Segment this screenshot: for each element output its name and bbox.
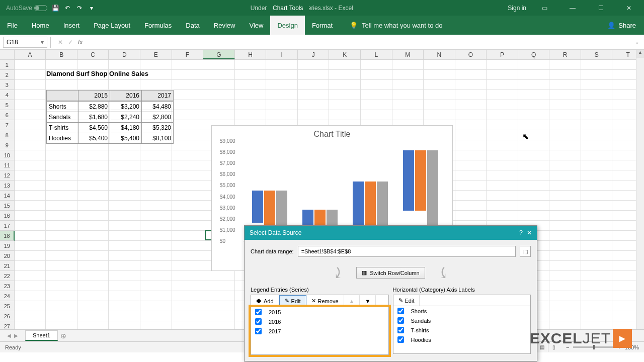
row-header-2[interactable]: 2 bbox=[0, 70, 15, 80]
help-icon[interactable]: ? bbox=[519, 229, 523, 236]
undo-icon[interactable]: ↶ bbox=[63, 4, 71, 12]
sheet-tab-sheet1[interactable]: Sheet1 bbox=[25, 330, 58, 341]
row-header-4[interactable]: 4 bbox=[0, 90, 15, 100]
row-header-23[interactable]: 23 bbox=[0, 281, 15, 291]
close-icon[interactable]: ✕ bbox=[527, 229, 532, 236]
category-list[interactable]: Shorts Sandals T-shirts Hoodies bbox=[393, 306, 531, 354]
save-icon[interactable]: 💾 bbox=[51, 4, 59, 12]
vertical-scrollbar[interactable]: ▲ bbox=[636, 50, 644, 329]
row-header-24[interactable]: 24 bbox=[0, 291, 15, 301]
qat-customize-icon[interactable]: ▾ bbox=[88, 4, 96, 12]
series-item[interactable]: 2015 bbox=[251, 307, 388, 317]
row-header-3[interactable]: 3 bbox=[0, 80, 15, 90]
table-cell[interactable]: $5,400 bbox=[78, 133, 110, 144]
series-item[interactable]: 2017 bbox=[251, 326, 388, 336]
row-header-22[interactable]: 22 bbox=[0, 271, 15, 281]
ribbon-display-icon[interactable]: ▭ bbox=[534, 0, 554, 16]
table-cell[interactable]: $4,480 bbox=[142, 102, 174, 112]
row-header-7[interactable]: 7 bbox=[0, 120, 15, 130]
fx-icon[interactable]: fx bbox=[78, 39, 83, 46]
move-up-button[interactable]: ▲ bbox=[344, 295, 360, 307]
category-item[interactable]: Shorts bbox=[393, 306, 531, 316]
table-cell[interactable]: $3,200 bbox=[110, 102, 142, 112]
column-header-J[interactable]: J bbox=[298, 50, 330, 59]
column-header-S[interactable]: S bbox=[581, 50, 613, 59]
row-header-13[interactable]: 13 bbox=[0, 180, 15, 191]
tab-formulas[interactable]: Formulas bbox=[137, 16, 179, 35]
category-checkbox[interactable] bbox=[397, 308, 404, 314]
column-header-N[interactable]: N bbox=[424, 50, 455, 59]
column-header-O[interactable]: O bbox=[455, 50, 487, 59]
sign-in-link[interactable]: Sign in bbox=[508, 5, 526, 12]
tab-nav-prev-icon[interactable]: ◀ bbox=[7, 333, 11, 338]
bar-2015-Hoodies[interactable] bbox=[403, 150, 414, 211]
add-series-button[interactable]: 🞦 Add bbox=[251, 295, 279, 307]
column-header-Q[interactable]: Q bbox=[518, 50, 550, 59]
bar-2016-Shorts[interactable] bbox=[264, 191, 275, 226]
column-header-H[interactable]: H bbox=[235, 50, 267, 59]
collapse-dialog-icon[interactable]: ⬚ bbox=[520, 246, 531, 257]
tab-design[interactable]: Design bbox=[270, 16, 304, 35]
column-header-D[interactable]: D bbox=[109, 50, 140, 59]
share-button[interactable]: 👤 Share bbox=[599, 16, 644, 35]
tab-review[interactable]: Review bbox=[207, 16, 243, 35]
column-header-E[interactable]: E bbox=[140, 50, 172, 59]
row-header-6[interactable]: 6 bbox=[0, 110, 15, 120]
row-header-19[interactable]: 19 bbox=[0, 241, 15, 251]
chart-data-range-input[interactable] bbox=[298, 246, 516, 257]
name-box[interactable]: G18 ▾ bbox=[3, 37, 47, 48]
category-checkbox[interactable] bbox=[397, 317, 404, 324]
tab-home[interactable]: Home bbox=[25, 16, 56, 35]
table-cell[interactable]: Hoodies bbox=[47, 133, 78, 144]
tab-nav-next-icon[interactable]: ▶ bbox=[14, 333, 18, 338]
column-header-P[interactable]: P bbox=[487, 50, 518, 59]
row-header-8[interactable]: 8 bbox=[0, 130, 15, 140]
row-header-10[interactable]: 10 bbox=[0, 150, 15, 160]
column-header-M[interactable]: M bbox=[392, 50, 424, 59]
table-cell[interactable]: $2,240 bbox=[110, 112, 142, 123]
formula-input[interactable] bbox=[87, 37, 635, 48]
select-all-corner[interactable] bbox=[0, 50, 15, 59]
column-header-K[interactable]: K bbox=[329, 50, 361, 59]
table-cell[interactable]: Sandals bbox=[47, 112, 78, 123]
table-cell[interactable]: $2,800 bbox=[142, 112, 174, 123]
row-header-14[interactable]: 14 bbox=[0, 191, 15, 201]
row-header-5[interactable]: 5 bbox=[0, 100, 15, 110]
maximize-button[interactable]: ☐ bbox=[591, 0, 611, 16]
move-down-button[interactable]: ▼ bbox=[360, 295, 376, 307]
category-item[interactable]: T-shirts bbox=[393, 325, 531, 335]
table-cell[interactable]: $8,100 bbox=[142, 133, 174, 144]
row-header-18[interactable]: 18 bbox=[0, 231, 15, 241]
column-header-F[interactable]: F bbox=[172, 50, 204, 59]
row-header-26[interactable]: 26 bbox=[0, 311, 15, 321]
bar-2015-T-shirts[interactable] bbox=[353, 182, 364, 232]
column-header-G[interactable]: G bbox=[203, 50, 235, 59]
column-header-B[interactable]: B bbox=[46, 50, 77, 59]
category-checkbox[interactable] bbox=[397, 336, 404, 343]
column-header-I[interactable]: I bbox=[266, 50, 298, 59]
table-cell[interactable]: $5,320 bbox=[142, 123, 174, 133]
series-checkbox[interactable] bbox=[255, 328, 262, 334]
column-header-A[interactable]: A bbox=[15, 50, 46, 59]
table-cell[interactable]: T-shirts bbox=[47, 123, 78, 133]
row-header-17[interactable]: 17 bbox=[0, 221, 15, 231]
row-header-25[interactable]: 25 bbox=[0, 301, 15, 311]
series-checkbox[interactable] bbox=[255, 318, 262, 325]
table-cell[interactable]: Shorts bbox=[47, 102, 78, 112]
category-item[interactable]: Sandals bbox=[393, 316, 531, 325]
tab-file[interactable]: File bbox=[0, 16, 25, 35]
column-header-L[interactable]: L bbox=[361, 50, 392, 59]
row-header-12[interactable]: 12 bbox=[0, 170, 15, 180]
close-button[interactable]: ✕ bbox=[619, 0, 639, 16]
category-checkbox[interactable] bbox=[397, 327, 404, 333]
new-sheet-button[interactable]: ⊕ bbox=[58, 332, 69, 340]
bar-2015-Shorts[interactable] bbox=[252, 191, 263, 223]
tab-view[interactable]: View bbox=[242, 16, 270, 35]
series-item[interactable]: 2016 bbox=[251, 317, 388, 326]
table-cell[interactable]: $4,180 bbox=[110, 123, 142, 133]
table-cell[interactable]: $1,680 bbox=[78, 112, 110, 123]
row-header-11[interactable]: 11 bbox=[0, 160, 15, 170]
chevron-down-icon[interactable]: ▾ bbox=[41, 39, 44, 46]
chart-title[interactable]: Chart Title bbox=[220, 130, 444, 139]
autosave-toggle[interactable]: AutoSave bbox=[6, 5, 47, 12]
